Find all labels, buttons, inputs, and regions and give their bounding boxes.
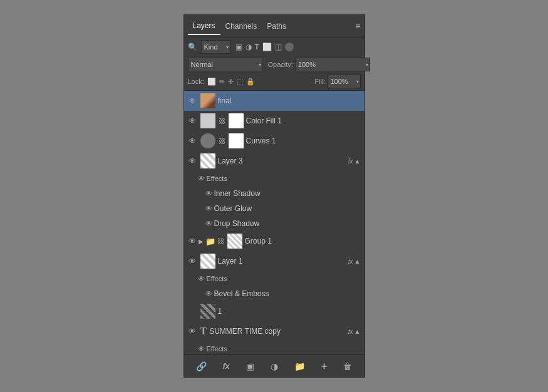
opacity-label: Opacity: — [268, 61, 293, 68]
kind-select-wrapper[interactable]: Kind ▾ — [201, 40, 230, 54]
delete-button[interactable]: 🗑 — [339, 360, 356, 373]
filter-row: 🔍 Kind ▾ ▣ ◑ T ⬜ ◫ — [184, 38, 364, 56]
layer-row-group1[interactable]: 👁 ▶ 📁 ⛓ Group 1 — [184, 231, 364, 251]
thumb-group1 — [227, 234, 242, 249]
expand-right-group1[interactable]: ▶ — [199, 238, 204, 245]
fill-wrapper[interactable]: 100% ▾ — [328, 75, 361, 88]
adjustment-filter-icon[interactable]: ◑ — [246, 43, 252, 51]
lock-pixels-icon[interactable]: ⬜ — [207, 78, 216, 86]
layer-row-item1[interactable]: 👁 1 — [184, 301, 364, 321]
chain-icon-group1: ⛓ — [217, 237, 224, 245]
layer-row-summertime[interactable]: 👁 T SUMMER TIME copy fx ▲ — [184, 321, 364, 341]
kind-select[interactable]: Kind — [201, 40, 230, 54]
blend-mode-select[interactable]: Normal — [188, 58, 263, 71]
thumb-layer3 — [200, 153, 215, 168]
link-button[interactable]: 🔗 — [192, 360, 210, 373]
tab-paths[interactable]: Paths — [262, 18, 291, 34]
panel-tabs: Layers Channels Paths ≡ — [184, 15, 364, 38]
layer-row-final[interactable]: 👁 final — [184, 91, 364, 111]
correction-button[interactable]: ◑ — [267, 360, 282, 373]
fx-button[interactable]: fx — [219, 361, 234, 372]
lock-artboard-icon[interactable]: ⬚ — [237, 78, 243, 86]
effects-label-layer3: Effects — [207, 175, 227, 182]
folder-button[interactable]: 📁 — [291, 360, 309, 373]
effect-eye-inner-shadow[interactable]: 👁 — [204, 190, 214, 197]
effects-eye-layer3[interactable]: 👁 — [197, 175, 207, 182]
lock-label: Lock: — [188, 78, 204, 85]
layer-name-final: final — [218, 96, 362, 105]
thumb-layer1 — [200, 254, 215, 269]
mask-thumb-curves1 — [229, 133, 244, 148]
effect-name-outer-glow: Outer Glow — [214, 204, 362, 213]
type-filter-icon[interactable]: T — [255, 43, 259, 51]
layer-row-layer3[interactable]: 👁 Layer 3 fx ▲ — [184, 151, 364, 171]
lock-move-icon[interactable]: ✛ — [228, 78, 234, 86]
visibility-icon-group1[interactable]: 👁 — [187, 237, 198, 245]
type-icon-summertime: T — [200, 326, 207, 337]
visibility-icon-final[interactable]: 👁 — [187, 96, 198, 105]
effect-inner-shadow[interactable]: 👁 Inner Shadow — [184, 186, 364, 201]
effect-outer-glow[interactable]: 👁 Outer Glow — [184, 201, 364, 216]
visibility-icon-layer1[interactable]: 👁 — [187, 257, 198, 266]
layers-panel: Layers Channels Paths ≡ 🔍 Kind ▾ ▣ ◑ T ⬜… — [184, 14, 365, 378]
fill-section: Fill: 100% ▾ — [314, 75, 360, 88]
chain-icon-colorfill1: ⛓ — [219, 117, 225, 125]
effect-drop-shadow[interactable]: 👁 Drop Shadow — [184, 216, 364, 231]
effects-eye-summertime[interactable]: 👁 — [197, 345, 207, 353]
fill-select[interactable]: 100% — [328, 75, 361, 88]
expand-arrow-layer1[interactable]: ▲ — [354, 258, 361, 265]
effects-header-layer1: 👁 Effects — [184, 271, 364, 286]
effect-bevel-emboss-layer1[interactable]: 👁 Bevel & Emboss — [184, 286, 364, 301]
layer-row-layer1[interactable]: 👁 Layer 1 fx ▲ — [184, 251, 364, 271]
new-fill-button[interactable]: ▣ — [242, 360, 258, 373]
effect-eye-drop-shadow[interactable]: 👁 — [204, 220, 214, 227]
layer-row-colorfill1[interactable]: 👁 ⛓ Color Fill 1 — [184, 111, 364, 131]
effects-eye-layer1[interactable]: 👁 — [197, 275, 207, 282]
blend-row: Normal ▾ Opacity: 100% ▾ — [184, 56, 364, 73]
search-icon: 🔍 — [188, 43, 197, 51]
layer-name-curves1: Curves 1 — [246, 137, 362, 145]
effects-label-layer1: Effects — [207, 275, 227, 282]
visibility-icon-item1[interactable]: 👁 — [187, 307, 198, 316]
thumb-final — [200, 93, 215, 108]
visibility-icon-summertime[interactable]: 👁 — [187, 327, 198, 336]
shape-filter-icon[interactable]: ⬜ — [262, 43, 272, 51]
effect-name-bevel-layer1: Bevel & Emboss — [214, 289, 362, 298]
thumb-curves1 — [200, 133, 215, 148]
effect-eye-bevel-layer1[interactable]: 👁 — [204, 290, 214, 297]
opacity-wrapper[interactable]: 100% ▾ — [295, 58, 370, 71]
layer-row-curves1[interactable]: 👁 ⛓ Curves 1 — [184, 131, 364, 151]
new-layer-button[interactable]: + — [318, 359, 331, 373]
visibility-icon-colorfill1[interactable]: 👁 — [187, 116, 198, 125]
effect-eye-outer-glow[interactable]: 👁 — [204, 205, 214, 212]
layer-name-group1: Group 1 — [245, 237, 362, 245]
fill-label: Fill: — [314, 78, 325, 85]
effect-name-drop-shadow: Drop Shadow — [214, 219, 362, 228]
bottom-toolbar: 🔗 fx ▣ ◑ 📁 + 🗑 — [184, 354, 364, 377]
visibility-icon-layer3[interactable]: 👁 — [187, 157, 198, 165]
layer-name-item1: 1 — [218, 307, 362, 316]
tab-layers[interactable]: Layers — [188, 18, 220, 35]
lock-all-icon[interactable]: 🔒 — [246, 78, 255, 86]
expand-arrow-layer3[interactable]: ▲ — [354, 158, 361, 165]
layer-name-colorfill1: Color Fill 1 — [246, 116, 362, 125]
lock-paint-icon[interactable]: ✏ — [219, 78, 225, 86]
mask-thumb-colorfill1 — [229, 113, 244, 128]
chain-icon-curves1: ⛓ — [219, 137, 225, 145]
fx-badge-summertime: fx — [348, 328, 353, 335]
smart-filter-icon[interactable]: ◫ — [275, 43, 282, 51]
pixel-filter-icon[interactable]: ▣ — [235, 43, 242, 51]
effect-name-inner-shadow: Inner Shadow — [214, 189, 362, 198]
panel-menu-icon[interactable]: ≡ — [355, 21, 360, 31]
lock-row: Lock: ⬜ ✏ ✛ ⬚ 🔒 Fill: 100% ▾ — [184, 73, 364, 91]
thumb-colorfill1 — [200, 113, 215, 128]
visibility-icon-curves1[interactable]: 👁 — [187, 137, 198, 145]
circle-filter-icon[interactable] — [285, 43, 294, 51]
opacity-select[interactable]: 100% — [295, 58, 370, 71]
tab-channels[interactable]: Channels — [220, 18, 262, 34]
fx-badge-layer3: fx — [348, 158, 353, 165]
effects-label-summertime: Effects — [207, 345, 227, 353]
blend-mode-wrapper[interactable]: Normal ▾ — [188, 58, 263, 71]
layer-name-layer3: Layer 3 — [218, 157, 348, 165]
expand-arrow-summertime[interactable]: ▲ — [354, 328, 361, 335]
